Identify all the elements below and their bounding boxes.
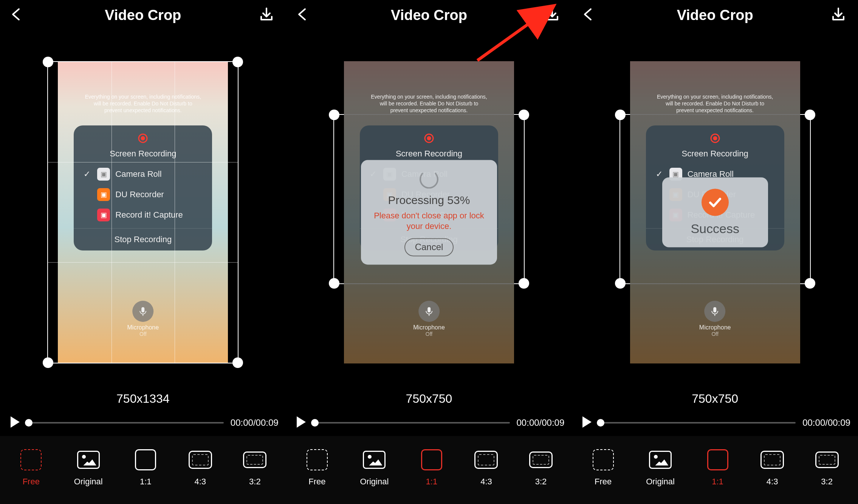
app-screen: Video Crop Screen Recording ✓ ▣ Camera R… (0, 0, 286, 504)
app-screen: Video Crop Screen Recording ✓ ▣ Camera R… (286, 0, 572, 504)
ratio-original[interactable]: Original (360, 448, 389, 487)
timeline-knob[interactable] (597, 419, 604, 427)
time-display: 00:00/00:09 (802, 417, 850, 428)
back-button[interactable] (579, 6, 596, 24)
ratio-3-2[interactable]: 3:2 (815, 448, 839, 487)
ratio-label: 3:2 (249, 477, 261, 487)
svg-point-6 (427, 136, 431, 140)
ratio-free[interactable]: Free (305, 448, 329, 487)
svg-rect-7 (427, 307, 431, 312)
ratio-3-2[interactable]: 3:2 (243, 448, 266, 487)
processing-warning: Please don't close app or lock your devi… (369, 210, 489, 232)
ratio-4-3[interactable]: 4:3 (189, 448, 212, 487)
recording-info-text: Everything on your screen, including not… (657, 93, 774, 114)
crop-dimensions: 750x750 (572, 392, 858, 410)
ratio-1-1[interactable]: 1:1 (134, 448, 157, 487)
crop-handle-bl[interactable] (329, 278, 339, 289)
playback-row: 00:00/00:09 (572, 410, 858, 436)
microphone-control[interactable]: Microphone Off (699, 301, 731, 337)
crop-handle-br[interactable] (805, 278, 815, 289)
timeline-knob[interactable] (311, 419, 319, 427)
check-icon: ✓ (654, 169, 664, 179)
square-icon (421, 449, 442, 470)
timeline-scrubber[interactable] (29, 422, 224, 424)
crop-handle-tr[interactable] (805, 110, 815, 120)
rect-3-2-icon (815, 451, 839, 468)
crop-handle-bl[interactable] (615, 278, 626, 289)
ratio-original[interactable]: Original (74, 448, 103, 487)
back-button[interactable] (8, 6, 24, 24)
export-button[interactable] (258, 6, 275, 24)
microphone-state: Off (413, 331, 445, 337)
recording-info-text: Everything on your screen, including not… (370, 93, 488, 114)
crop-rectangle[interactable] (47, 61, 239, 363)
aspect-ratio-bar: Free Original 1:1 4:3 3:2 (0, 436, 286, 504)
microphone-label: Microphone (413, 324, 445, 331)
video-preview: Screen Recording ✓ ▣ Camera Roll ▣ DU Re… (58, 61, 228, 363)
success-title: Success (670, 221, 760, 236)
ratio-label: Free (23, 477, 40, 487)
export-button[interactable] (830, 6, 847, 24)
ratio-1-1[interactable]: 1:1 (420, 448, 443, 487)
ratio-free[interactable]: Free (19, 448, 43, 487)
rect-4-3-icon (189, 451, 212, 469)
back-button[interactable] (294, 6, 310, 24)
ratio-label: 3:2 (821, 477, 833, 487)
ratio-original[interactable]: Original (646, 448, 675, 487)
ratio-label: Free (308, 477, 325, 487)
ratio-label: Free (595, 477, 612, 487)
ratio-label: 3:2 (535, 477, 547, 487)
page-title: Video Crop (105, 7, 181, 23)
aspect-ratio-bar: Free Original 1:1 4:3 3:2 (572, 436, 858, 504)
crop-handle-br[interactable] (232, 357, 243, 368)
ratio-4-3[interactable]: 4:3 (760, 448, 784, 487)
play-button[interactable] (8, 415, 22, 431)
microphone-control[interactable]: Microphone Off (413, 301, 445, 337)
image-icon (77, 451, 100, 469)
processing-title: Processing 53% (369, 194, 489, 207)
ratio-1-1[interactable]: 1:1 (706, 448, 729, 487)
ratio-label: Original (646, 477, 675, 487)
timeline-knob[interactable] (25, 419, 33, 427)
timeline-scrubber[interactable] (315, 422, 510, 424)
crop-dimensions: 750x750 (286, 392, 572, 410)
record-icon (646, 133, 784, 146)
crop-dimensions: 750x1334 (0, 392, 286, 410)
image-icon (649, 451, 672, 469)
ratio-free[interactable]: Free (592, 448, 615, 487)
panel-title: Screen Recording (360, 149, 498, 159)
crop-stage: Screen Recording ✓ ▣ Camera Roll ▣ DU Re… (572, 30, 858, 394)
crop-handle-tr[interactable] (232, 57, 243, 67)
crop-handle-br[interactable] (519, 278, 529, 289)
ratio-label: 1:1 (140, 477, 152, 487)
header: Video Crop (286, 0, 572, 30)
aspect-ratio-bar: Free Original 1:1 4:3 3:2 (286, 436, 572, 504)
crop-handle-tl[interactable] (43, 57, 53, 67)
ratio-4-3[interactable]: 4:3 (474, 448, 498, 487)
free-crop-icon (307, 449, 328, 470)
crop-handle-bl[interactable] (43, 357, 53, 368)
play-button[interactable] (294, 415, 308, 431)
record-icon (360, 133, 498, 146)
crop-handle-tr[interactable] (519, 110, 529, 120)
header: Video Crop (0, 0, 286, 30)
svg-rect-11 (714, 307, 717, 312)
success-dialog: Success (662, 177, 768, 247)
playback-row: 00:00/00:09 (0, 410, 286, 436)
crop-handle-tl[interactable] (615, 110, 626, 120)
image-icon (363, 451, 386, 469)
play-button[interactable] (579, 415, 594, 431)
export-button[interactable] (544, 6, 561, 24)
ratio-label: Original (360, 477, 389, 487)
page-title: Video Crop (391, 7, 467, 23)
free-crop-icon (593, 449, 614, 470)
header: Video Crop (572, 0, 858, 30)
crop-stage: Screen Recording ✓ ▣ Camera Roll ▣ DU Re… (0, 30, 286, 394)
rect-3-2-icon (243, 451, 266, 468)
page-title: Video Crop (677, 7, 753, 23)
ratio-3-2[interactable]: 3:2 (529, 448, 553, 487)
timeline-scrubber[interactable] (601, 422, 796, 424)
crop-handle-tl[interactable] (329, 110, 339, 120)
cancel-button[interactable]: Cancel (404, 238, 454, 256)
app-screen: Video Crop Screen Recording ✓ ▣ Camera R… (572, 0, 858, 504)
